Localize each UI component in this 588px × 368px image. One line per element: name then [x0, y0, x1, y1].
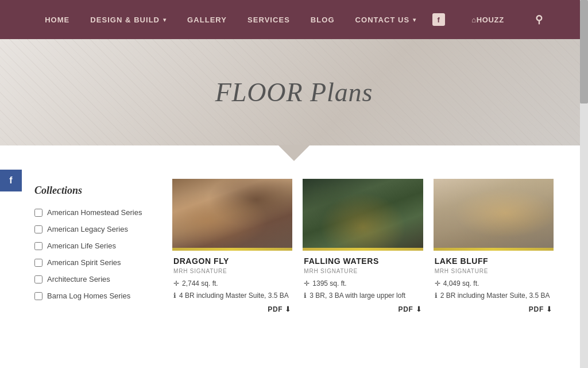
card-sqft-lake-bluff: 4,049 sq. ft. [443, 279, 479, 288]
collection-item-spirit[interactable]: American Spirit Series [34, 258, 149, 267]
collection-label-architecture[interactable]: Architecture Series [47, 275, 110, 283]
pdf-download-icon-dragon-fly[interactable]: ⬇ [285, 305, 291, 314]
card-body-falling-waters: FALLING WATERS MRH SIGNATURE ✛ 1395 sq. … [303, 251, 423, 319]
nav-item-search[interactable]: ⚲ [525, 13, 554, 26]
nav-link-gallery[interactable]: GALLERY [177, 16, 237, 24]
card-pdf-row-dragon-fly: PDF ⬇ [173, 305, 291, 314]
nav-link-facebook[interactable]: f [427, 13, 451, 26]
collection-label-barna[interactable]: Barna Log Homes Series [47, 292, 130, 300]
info-icon-3: ℹ [435, 292, 438, 300]
card-dragon-fly: DRAGON FLY MRH SIGNATURE ✛ 2,744 sq. ft.… [172, 179, 292, 319]
pdf-download-icon-lake-bluff[interactable]: ⬇ [546, 305, 552, 314]
dropdown-chevron-contact: ▾ [413, 17, 416, 23]
sqft-icon-2: ✛ [304, 279, 310, 288]
nav-link-houzz[interactable]: ⌂HOUZZ [451, 16, 525, 24]
collection-label-spirit[interactable]: American Spirit Series [47, 258, 121, 267]
houzz-icon: ⌂HOUZZ [461, 16, 514, 24]
sqft-icon: ✛ [173, 279, 179, 288]
info-icon-2: ℹ [304, 292, 307, 300]
card-image-falling-waters[interactable] [303, 179, 423, 248]
card-detail-row-lake-bluff: ℹ 2 BR including Master Suite, 3.5 BA [435, 291, 552, 300]
card-sqft-falling-waters: 1395 sq. ft. [312, 279, 346, 288]
card-image-dragon-fly[interactable] [172, 179, 292, 248]
facebook-icon: f [432, 13, 445, 26]
collection-label-homestead[interactable]: American Homestead Series [47, 208, 142, 217]
collection-item-homestead[interactable]: American Homestead Series [34, 208, 149, 217]
main-navigation: HOME DESIGN & BUILD ▾ GALLERY SERVICES B… [0, 0, 588, 39]
nav-item-facebook[interactable]: f [427, 13, 451, 26]
nav-item-blog[interactable]: BLOG [300, 16, 345, 24]
card-title-lake-bluff[interactable]: LAKE BLUFF [435, 256, 552, 266]
card-pdf-row-falling-waters: PDF ⬇ [304, 305, 421, 314]
card-detail-lake-bluff: 2 BR including Master Suite, 3.5 BA [440, 291, 550, 300]
card-lake-bluff: LAKE BLUFF MRH SIGNATURE ✛ 4,049 sq. ft.… [434, 179, 554, 319]
collection-item-barna[interactable]: Barna Log Homes Series [34, 292, 149, 300]
hero-triangle [278, 145, 310, 161]
scrollbar-thumb[interactable] [580, 0, 588, 103]
card-sqft-row-lake-bluff: ✛ 4,049 sq. ft. [435, 279, 552, 288]
card-falling-waters: FALLING WATERS MRH SIGNATURE ✛ 1395 sq. … [303, 179, 423, 319]
sqft-icon-3: ✛ [435, 279, 440, 288]
card-sqft-row-falling-waters: ✛ 1395 sq. ft. [304, 279, 421, 288]
collection-checkbox-architecture[interactable] [34, 275, 42, 283]
nav-items: HOME DESIGN & BUILD ▾ GALLERY SERVICES B… [34, 13, 554, 26]
collection-checkbox-life[interactable] [34, 242, 42, 250]
pdf-label-lake-bluff[interactable]: PDF [529, 305, 544, 313]
dropdown-chevron: ▾ [163, 17, 167, 23]
nav-link-search[interactable]: ⚲ [525, 13, 554, 26]
nav-item-houzz[interactable]: ⌂HOUZZ [451, 16, 525, 24]
hero-banner: FLOOR Plans [0, 39, 588, 145]
card-detail-row-falling-waters: ℹ 3 BR, 3 BA with large upper loft [304, 291, 421, 300]
card-body-dragon-fly: DRAGON FLY MRH SIGNATURE ✛ 2,744 sq. ft.… [172, 251, 292, 319]
collections-title: Collections [34, 185, 149, 197]
main-content: Collections American Homestead Series Am… [0, 162, 588, 342]
pdf-label-falling-waters[interactable]: PDF [398, 305, 413, 313]
nav-item-design-build[interactable]: DESIGN & BUILD ▾ [80, 16, 177, 24]
nav-link-design-build[interactable]: DESIGN & BUILD ▾ [80, 16, 177, 24]
card-sqft-dragon-fly: 2,744 sq. ft. [182, 279, 218, 288]
pdf-download-icon-falling-waters[interactable]: ⬇ [416, 305, 422, 314]
nav-item-gallery[interactable]: GALLERY [177, 16, 237, 24]
card-title-falling-waters[interactable]: FALLING WATERS [304, 256, 421, 266]
card-subtitle-falling-waters: MRH SIGNATURE [304, 268, 421, 274]
nav-link-home[interactable]: HOME [34, 16, 80, 24]
scrollbar-track[interactable] [580, 0, 588, 342]
nav-item-contact[interactable]: CONTACT US ▾ [345, 16, 427, 24]
search-icon: ⚲ [529, 13, 549, 26]
collection-item-life[interactable]: American Life Series [34, 241, 149, 250]
collection-checkbox-legacy[interactable] [34, 225, 42, 233]
sidebar: Collections American Homestead Series Am… [34, 179, 149, 319]
collection-checkbox-barna[interactable] [34, 292, 42, 300]
nav-link-contact[interactable]: CONTACT US ▾ [345, 16, 427, 24]
card-image-lake-bluff[interactable] [434, 179, 554, 248]
card-body-lake-bluff: LAKE BLUFF MRH SIGNATURE ✛ 4,049 sq. ft.… [434, 251, 554, 319]
card-detail-dragon-fly: 4 BR including Master Suite, 3.5 BA [179, 291, 289, 300]
card-title-dragon-fly[interactable]: DRAGON FLY [173, 256, 291, 266]
collection-label-life[interactable]: American Life Series [47, 241, 116, 250]
page-title: FLOOR Plans [215, 77, 373, 108]
card-detail-row-dragon-fly: ℹ 4 BR including Master Suite, 3.5 BA [173, 291, 291, 300]
info-icon: ℹ [173, 292, 176, 300]
card-subtitle-dragon-fly: MRH SIGNATURE [173, 268, 291, 274]
card-subtitle-lake-bluff: MRH SIGNATURE [435, 268, 552, 274]
collection-checkbox-spirit[interactable] [34, 259, 42, 267]
nav-item-home[interactable]: HOME [34, 16, 80, 24]
nav-item-services[interactable]: SERVICES [237, 16, 300, 24]
facebook-side-button[interactable]: f [0, 170, 22, 191]
card-detail-falling-waters: 3 BR, 3 BA with large upper loft [310, 291, 405, 300]
nav-link-services[interactable]: SERVICES [237, 16, 300, 24]
card-sqft-row-dragon-fly: ✛ 2,744 sq. ft. [173, 279, 291, 288]
pdf-label-dragon-fly[interactable]: PDF [268, 305, 283, 313]
floor-plan-cards: DRAGON FLY MRH SIGNATURE ✛ 2,744 sq. ft.… [172, 179, 554, 319]
nav-link-blog[interactable]: BLOG [300, 16, 345, 24]
collection-item-legacy[interactable]: American Legacy Series [34, 225, 149, 233]
collection-checkbox-homestead[interactable] [34, 209, 42, 217]
card-pdf-row-lake-bluff: PDF ⬇ [435, 305, 552, 314]
collection-label-legacy[interactable]: American Legacy Series [47, 225, 128, 233]
collection-item-architecture[interactable]: Architecture Series [34, 275, 149, 283]
